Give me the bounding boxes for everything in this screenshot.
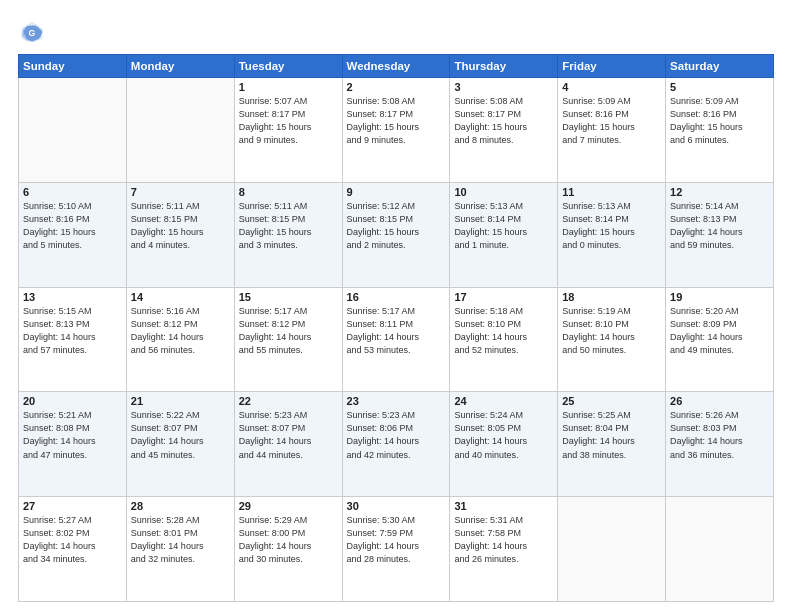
calendar-week-5: 27Sunrise: 5:27 AM Sunset: 8:02 PM Dayli… — [19, 497, 774, 602]
weekday-header-monday: Monday — [126, 55, 234, 78]
day-info: Sunrise: 5:13 AM Sunset: 8:14 PM Dayligh… — [454, 200, 553, 252]
day-info: Sunrise: 5:30 AM Sunset: 7:59 PM Dayligh… — [347, 514, 446, 566]
day-info: Sunrise: 5:21 AM Sunset: 8:08 PM Dayligh… — [23, 409, 122, 461]
day-info: Sunrise: 5:11 AM Sunset: 8:15 PM Dayligh… — [239, 200, 338, 252]
calendar-cell: 26Sunrise: 5:26 AM Sunset: 8:03 PM Dayli… — [666, 392, 774, 497]
calendar-cell — [558, 497, 666, 602]
day-number: 26 — [670, 395, 769, 407]
day-info: Sunrise: 5:16 AM Sunset: 8:12 PM Dayligh… — [131, 305, 230, 357]
day-info: Sunrise: 5:24 AM Sunset: 8:05 PM Dayligh… — [454, 409, 553, 461]
calendar-cell: 6Sunrise: 5:10 AM Sunset: 8:16 PM Daylig… — [19, 182, 127, 287]
day-number: 25 — [562, 395, 661, 407]
calendar-cell: 19Sunrise: 5:20 AM Sunset: 8:09 PM Dayli… — [666, 287, 774, 392]
calendar-cell: 4Sunrise: 5:09 AM Sunset: 8:16 PM Daylig… — [558, 78, 666, 183]
calendar-cell: 15Sunrise: 5:17 AM Sunset: 8:12 PM Dayli… — [234, 287, 342, 392]
day-info: Sunrise: 5:11 AM Sunset: 8:15 PM Dayligh… — [131, 200, 230, 252]
calendar-cell: 14Sunrise: 5:16 AM Sunset: 8:12 PM Dayli… — [126, 287, 234, 392]
day-number: 4 — [562, 81, 661, 93]
day-number: 15 — [239, 291, 338, 303]
day-number: 27 — [23, 500, 122, 512]
calendar-cell: 11Sunrise: 5:13 AM Sunset: 8:14 PM Dayli… — [558, 182, 666, 287]
day-info: Sunrise: 5:31 AM Sunset: 7:58 PM Dayligh… — [454, 514, 553, 566]
day-info: Sunrise: 5:17 AM Sunset: 8:12 PM Dayligh… — [239, 305, 338, 357]
day-number: 22 — [239, 395, 338, 407]
logo: G — [18, 18, 50, 46]
weekday-header-wednesday: Wednesday — [342, 55, 450, 78]
day-info: Sunrise: 5:20 AM Sunset: 8:09 PM Dayligh… — [670, 305, 769, 357]
calendar-cell: 30Sunrise: 5:30 AM Sunset: 7:59 PM Dayli… — [342, 497, 450, 602]
day-info: Sunrise: 5:27 AM Sunset: 8:02 PM Dayligh… — [23, 514, 122, 566]
calendar-cell: 25Sunrise: 5:25 AM Sunset: 8:04 PM Dayli… — [558, 392, 666, 497]
day-info: Sunrise: 5:23 AM Sunset: 8:06 PM Dayligh… — [347, 409, 446, 461]
day-number: 13 — [23, 291, 122, 303]
day-number: 28 — [131, 500, 230, 512]
calendar-cell: 28Sunrise: 5:28 AM Sunset: 8:01 PM Dayli… — [126, 497, 234, 602]
day-info: Sunrise: 5:22 AM Sunset: 8:07 PM Dayligh… — [131, 409, 230, 461]
calendar-week-4: 20Sunrise: 5:21 AM Sunset: 8:08 PM Dayli… — [19, 392, 774, 497]
day-number: 7 — [131, 186, 230, 198]
calendar-cell: 2Sunrise: 5:08 AM Sunset: 8:17 PM Daylig… — [342, 78, 450, 183]
day-number: 11 — [562, 186, 661, 198]
day-info: Sunrise: 5:17 AM Sunset: 8:11 PM Dayligh… — [347, 305, 446, 357]
calendar-week-2: 6Sunrise: 5:10 AM Sunset: 8:16 PM Daylig… — [19, 182, 774, 287]
weekday-header-row: SundayMondayTuesdayWednesdayThursdayFrid… — [19, 55, 774, 78]
day-number: 31 — [454, 500, 553, 512]
calendar-cell: 3Sunrise: 5:08 AM Sunset: 8:17 PM Daylig… — [450, 78, 558, 183]
calendar-cell: 5Sunrise: 5:09 AM Sunset: 8:16 PM Daylig… — [666, 78, 774, 183]
weekday-header-tuesday: Tuesday — [234, 55, 342, 78]
calendar-cell: 10Sunrise: 5:13 AM Sunset: 8:14 PM Dayli… — [450, 182, 558, 287]
day-number: 20 — [23, 395, 122, 407]
weekday-header-thursday: Thursday — [450, 55, 558, 78]
calendar-cell: 8Sunrise: 5:11 AM Sunset: 8:15 PM Daylig… — [234, 182, 342, 287]
calendar-cell: 17Sunrise: 5:18 AM Sunset: 8:10 PM Dayli… — [450, 287, 558, 392]
calendar-cell — [126, 78, 234, 183]
day-number: 21 — [131, 395, 230, 407]
day-info: Sunrise: 5:25 AM Sunset: 8:04 PM Dayligh… — [562, 409, 661, 461]
day-number: 30 — [347, 500, 446, 512]
calendar-week-3: 13Sunrise: 5:15 AM Sunset: 8:13 PM Dayli… — [19, 287, 774, 392]
day-info: Sunrise: 5:07 AM Sunset: 8:17 PM Dayligh… — [239, 95, 338, 147]
day-info: Sunrise: 5:10 AM Sunset: 8:16 PM Dayligh… — [23, 200, 122, 252]
calendar-cell: 9Sunrise: 5:12 AM Sunset: 8:15 PM Daylig… — [342, 182, 450, 287]
day-info: Sunrise: 5:08 AM Sunset: 8:17 PM Dayligh… — [454, 95, 553, 147]
weekday-header-sunday: Sunday — [19, 55, 127, 78]
day-number: 17 — [454, 291, 553, 303]
calendar-cell: 22Sunrise: 5:23 AM Sunset: 8:07 PM Dayli… — [234, 392, 342, 497]
weekday-header-saturday: Saturday — [666, 55, 774, 78]
day-info: Sunrise: 5:19 AM Sunset: 8:10 PM Dayligh… — [562, 305, 661, 357]
day-number: 6 — [23, 186, 122, 198]
day-number: 29 — [239, 500, 338, 512]
calendar-cell: 12Sunrise: 5:14 AM Sunset: 8:13 PM Dayli… — [666, 182, 774, 287]
day-info: Sunrise: 5:12 AM Sunset: 8:15 PM Dayligh… — [347, 200, 446, 252]
calendar-cell: 24Sunrise: 5:24 AM Sunset: 8:05 PM Dayli… — [450, 392, 558, 497]
calendar-cell — [19, 78, 127, 183]
day-number: 5 — [670, 81, 769, 93]
weekday-header-friday: Friday — [558, 55, 666, 78]
calendar-cell: 21Sunrise: 5:22 AM Sunset: 8:07 PM Dayli… — [126, 392, 234, 497]
header: G — [18, 18, 774, 46]
calendar-cell: 1Sunrise: 5:07 AM Sunset: 8:17 PM Daylig… — [234, 78, 342, 183]
day-number: 16 — [347, 291, 446, 303]
calendar-cell: 13Sunrise: 5:15 AM Sunset: 8:13 PM Dayli… — [19, 287, 127, 392]
calendar-cell: 20Sunrise: 5:21 AM Sunset: 8:08 PM Dayli… — [19, 392, 127, 497]
day-info: Sunrise: 5:13 AM Sunset: 8:14 PM Dayligh… — [562, 200, 661, 252]
day-number: 14 — [131, 291, 230, 303]
day-info: Sunrise: 5:14 AM Sunset: 8:13 PM Dayligh… — [670, 200, 769, 252]
day-number: 23 — [347, 395, 446, 407]
calendar-week-1: 1Sunrise: 5:07 AM Sunset: 8:17 PM Daylig… — [19, 78, 774, 183]
day-number: 9 — [347, 186, 446, 198]
day-info: Sunrise: 5:09 AM Sunset: 8:16 PM Dayligh… — [670, 95, 769, 147]
calendar-cell: 23Sunrise: 5:23 AM Sunset: 8:06 PM Dayli… — [342, 392, 450, 497]
day-number: 18 — [562, 291, 661, 303]
day-info: Sunrise: 5:18 AM Sunset: 8:10 PM Dayligh… — [454, 305, 553, 357]
day-info: Sunrise: 5:09 AM Sunset: 8:16 PM Dayligh… — [562, 95, 661, 147]
day-number: 19 — [670, 291, 769, 303]
svg-text:G: G — [29, 28, 36, 38]
calendar-cell — [666, 497, 774, 602]
page: G SundayMondayTuesdayWednesdayThursdayFr… — [0, 0, 792, 612]
day-number: 12 — [670, 186, 769, 198]
day-number: 2 — [347, 81, 446, 93]
calendar-cell: 7Sunrise: 5:11 AM Sunset: 8:15 PM Daylig… — [126, 182, 234, 287]
day-info: Sunrise: 5:23 AM Sunset: 8:07 PM Dayligh… — [239, 409, 338, 461]
day-number: 24 — [454, 395, 553, 407]
